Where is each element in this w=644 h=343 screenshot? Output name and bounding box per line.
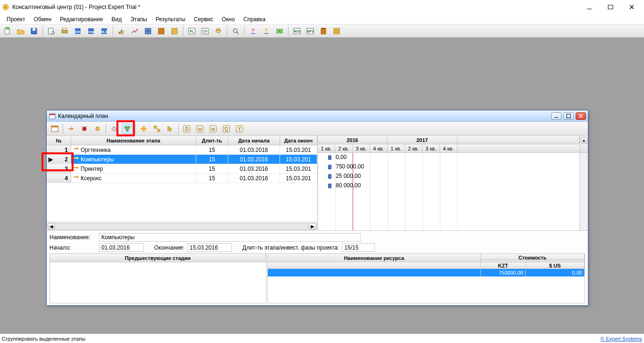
child-maximize-button[interactable] — [563, 112, 574, 120]
cal-link-icon[interactable] — [152, 124, 162, 134]
cal-group-button[interactable] — [122, 124, 132, 134]
tb-grid2-icon[interactable] — [156, 25, 167, 37]
gantt-cost-label: 80 000,00 — [336, 182, 361, 189]
tb-pl-icon[interactable]: PL — [186, 25, 198, 37]
col-dur[interactable]: Длит-ть — [196, 136, 228, 145]
cal-scale-y[interactable]: Y — [234, 124, 245, 134]
gantt-bar[interactable] — [328, 184, 331, 188]
menu-window[interactable]: Окно — [218, 15, 239, 24]
cal-bug2-icon[interactable] — [92, 124, 103, 134]
cal-gear-icon[interactable] — [109, 124, 119, 134]
cal-scale-w[interactable]: W — [195, 124, 205, 134]
stage-table[interactable]: № Наименование этапа Длит-ть Дата начала… — [47, 136, 318, 230]
tb-user1-icon[interactable] — [248, 25, 259, 37]
tb-roi-icon[interactable]: ROI — [291, 25, 303, 37]
menu-exchange[interactable]: Обмен — [30, 15, 56, 24]
tb-search-icon[interactable] — [230, 25, 241, 37]
table-row[interactable]: 4 Ксерокс1501.03.201615.03.201 — [47, 174, 317, 183]
tb-html-icon[interactable]: HTML — [85, 25, 97, 37]
tb-face-icon[interactable] — [213, 25, 224, 37]
tb-print-icon[interactable] — [59, 25, 70, 37]
table-row[interactable]: ▶2 Компьютеры1501.03.201615.03.201 — [47, 155, 317, 164]
svg-point-35 — [233, 29, 237, 33]
tb-xls-icon[interactable]: XLS — [99, 25, 110, 37]
predecessors-panel[interactable]: Предшествующие стадии — [50, 253, 266, 303]
menu-results[interactable]: Результаты — [152, 15, 189, 24]
child-close-button[interactable] — [576, 112, 586, 120]
cal-scale-m[interactable]: M — [208, 124, 218, 134]
table-row[interactable]: 1 Оргтехника1501.03.201615.03.201 — [47, 145, 317, 155]
tb-chart1-icon[interactable] — [116, 25, 127, 37]
menu-stages[interactable]: Этапы — [126, 15, 151, 24]
svg-point-38 — [265, 28, 268, 31]
tb-open-icon[interactable] — [15, 25, 26, 37]
table-row[interactable]: 3 Принтер1501.03.201615.03.201 — [47, 164, 317, 174]
quarter-cell: 3 кв. — [422, 144, 440, 152]
quarter-cell: 4 кв. — [440, 144, 457, 152]
stage-arrow-icon — [73, 156, 80, 163]
child-title: Календарный план — [58, 113, 551, 119]
window-minimize-button[interactable] — [578, 0, 600, 14]
svg-text:ROI: ROI — [294, 30, 300, 33]
window-close-button[interactable] — [621, 0, 642, 14]
quarter-cell: 3 кв. — [353, 144, 370, 152]
col-num[interactable]: № — [47, 136, 71, 145]
cal-pointer-icon[interactable] — [165, 124, 175, 134]
tb-grid1-icon[interactable] — [142, 25, 154, 37]
tb-doc-icon[interactable]: DOC — [72, 25, 83, 37]
svg-point-37 — [252, 28, 255, 31]
left-hscroll[interactable]: ◄► — [47, 222, 317, 230]
svg-rect-21 — [121, 30, 122, 34]
svg-rect-8 — [33, 28, 35, 31]
tb-save-icon[interactable] — [28, 25, 40, 37]
tb-user2-icon[interactable] — [261, 25, 272, 37]
tb-grid3-icon[interactable] — [169, 25, 180, 37]
svg-text:W: W — [198, 127, 202, 132]
menu-project[interactable]: Проект — [3, 15, 29, 24]
gantt-bar[interactable] — [328, 165, 331, 169]
gantt-panel[interactable]: 2016 2017 1 кв.2 кв.3 кв.4 кв.1 кв.2 кв.… — [318, 136, 588, 230]
menu-edit[interactable]: Редактирование — [56, 15, 107, 24]
gantt-bar[interactable] — [328, 174, 331, 179]
child-titlebar[interactable]: Календарный план — [47, 110, 588, 122]
detail-dur-field[interactable]: 15/15 — [342, 243, 375, 252]
svg-point-32 — [216, 28, 221, 33]
tb-npv-icon[interactable]: NPV — [305, 25, 316, 37]
cal-calendar-icon[interactable] — [50, 124, 60, 134]
svg-rect-51 — [50, 114, 55, 115]
menu-service[interactable]: Сервис — [190, 15, 217, 24]
svg-rect-20 — [119, 32, 120, 34]
detail-end-field[interactable]: 15.03.2016 — [187, 243, 232, 252]
year-2016: 2016 — [318, 136, 388, 144]
svg-line-36 — [237, 32, 239, 34]
tb-money-icon[interactable] — [274, 25, 285, 37]
tb-clipboard-icon[interactable] — [318, 25, 329, 37]
svg-rect-53 — [567, 114, 570, 118]
details-panel: Наименование: Компьютеры Начало: 01.03.2… — [47, 230, 588, 305]
tb-chart2-icon[interactable] — [129, 25, 140, 37]
tb-cf-icon[interactable]: CF — [199, 25, 211, 37]
detail-start-field[interactable]: 01.03.2016 — [99, 243, 144, 252]
status-link[interactable]: © Expert Systems — [601, 336, 642, 342]
cal-arrow-icon[interactable] — [66, 124, 76, 134]
gantt-bar[interactable] — [328, 155, 331, 160]
tb-preview-icon[interactable] — [46, 25, 57, 37]
cal-add-icon[interactable] — [139, 124, 149, 134]
tb-new-icon[interactable] — [2, 25, 13, 37]
col-end[interactable]: Дата оконч — [280, 136, 317, 145]
child-minimize-button[interactable] — [551, 112, 561, 120]
window-maximize-button[interactable] — [600, 0, 621, 14]
detail-name-field[interactable]: Компьютеры — [99, 233, 361, 242]
cal-scale-d[interactable]: D — [182, 124, 192, 134]
right-vscroll[interactable] — [579, 153, 588, 230]
col-start[interactable]: Дата начала — [228, 136, 280, 145]
col-name[interactable]: Наименование этапа — [71, 136, 196, 145]
tb-table-icon[interactable] — [331, 25, 342, 37]
menu-view[interactable]: Вид — [107, 15, 125, 24]
resources-panel[interactable]: Наименование ресурса Стоимость KZT $ US … — [267, 253, 585, 303]
menu-help[interactable]: Справка — [239, 15, 269, 24]
svg-text:XLS: XLS — [101, 30, 107, 33]
resource-row[interactable]: 750000.00 0.00 — [268, 269, 585, 276]
cal-bug1-icon[interactable] — [79, 124, 90, 134]
cal-scale-q[interactable]: Q — [221, 124, 231, 134]
